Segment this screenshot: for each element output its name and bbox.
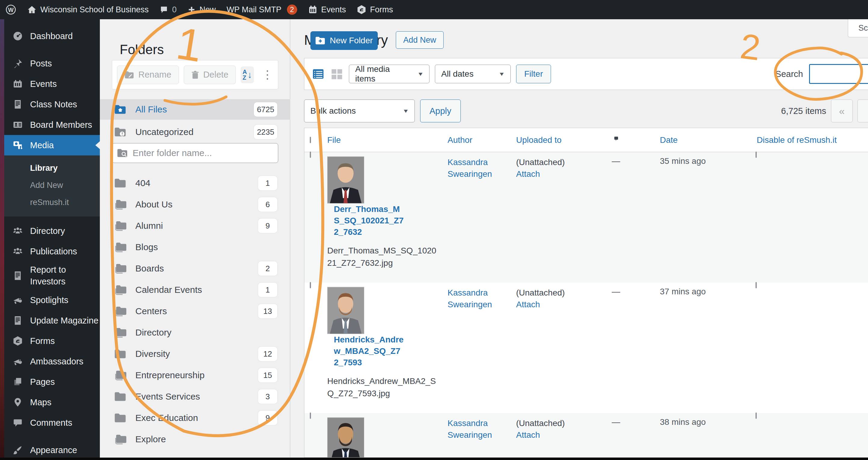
apply-button[interactable]: Apply — [420, 100, 461, 122]
add-new-button[interactable]: Add New — [396, 31, 444, 49]
column-header-date[interactable]: Date — [653, 135, 749, 145]
column-header-uploaded-to[interactable]: Uploaded to — [509, 135, 604, 145]
uploaded-status: (Unattached) — [516, 417, 604, 429]
media-library-main: Media Library Add New All media items ▼ … — [290, 19, 868, 458]
uncategorized-row[interactable]: Uncategorized 2235 — [100, 122, 290, 142]
folder-row-diversity[interactable]: Diversity 12 — [100, 344, 290, 364]
admin-events-item[interactable]: Events — [303, 0, 351, 19]
admin-comments-item[interactable]: 0 — [154, 0, 182, 19]
brush-icon — [12, 445, 24, 455]
sort-az-button[interactable]: AZ ↓ — [241, 66, 254, 83]
new-folder-button[interactable]: New Folder — [310, 31, 378, 50]
author-link[interactable]: Kassandra Swearingen — [447, 287, 502, 310]
attachment-title-link[interactable]: Hendricks_Andrew_MBA2_SQ_Z72_7593 — [334, 334, 405, 368]
gravity-forms-icon — [12, 336, 24, 346]
folder-row-calendar-events[interactable]: Calendar Events 1 — [100, 280, 290, 300]
sidebar-item-report-to-investors[interactable]: Report to Investors — [4, 262, 100, 290]
row-checkbox[interactable] — [310, 413, 311, 419]
admin-forms-item[interactable]: Forms — [351, 0, 399, 19]
sidebar-item-update-magazine[interactable]: Update Magazine — [4, 310, 100, 331]
pagination-first-button[interactable]: « — [831, 100, 852, 122]
media-type-filter-select[interactable]: All media items ▼ — [349, 65, 430, 83]
date-filter-select[interactable]: All dates ▼ — [435, 65, 511, 83]
folder-name: 404 — [135, 178, 150, 188]
author-link[interactable]: Kassandra Swearingen — [447, 156, 502, 180]
attach-link[interactable]: Attach — [516, 429, 604, 441]
all-files-row[interactable]: All Files 6725 — [100, 99, 290, 120]
sidebar-item-appearance[interactable]: Appearance — [4, 440, 100, 460]
submenu-item-add-new[interactable]: Add New — [30, 177, 100, 194]
sidebar-item-media[interactable]: Media — [4, 135, 100, 156]
sidebar-item-spotlights[interactable]: Spotlights — [4, 290, 100, 310]
submenu-item-library[interactable]: Library — [30, 160, 100, 177]
desktop-background-strip — [0, 19, 4, 460]
wp-mail-smtp-item[interactable]: WP Mail SMTP 2 — [221, 0, 303, 19]
folder-row-directory[interactable]: Directory — [100, 323, 290, 342]
list-view-button[interactable] — [312, 67, 325, 80]
folder-name-input[interactable] — [133, 148, 273, 158]
admin-bar: W Wisconsin School of Business 0 New WP … — [0, 0, 868, 19]
attachment-thumbnail[interactable] — [327, 156, 364, 203]
pushpin-icon — [12, 58, 24, 69]
sidebar-item-ambassadors[interactable]: Ambassadors — [4, 351, 100, 372]
screen-options-tab[interactable]: Scr — [848, 19, 868, 37]
rename-folder-button[interactable]: Rename — [117, 66, 179, 84]
delete-folder-button[interactable]: Delete — [184, 66, 236, 84]
folder-row-exec-education[interactable]: Exec Education 9 — [100, 408, 290, 428]
site-menu[interactable]: Wisconsin School of Business — [22, 0, 154, 19]
dashboard-gauge-icon — [12, 31, 24, 41]
sidebar-item-pages[interactable]: Pages — [4, 372, 100, 392]
bulk-actions-select[interactable]: Bulk actions ▼ — [304, 100, 415, 122]
sidebar-item-maps[interactable]: Maps — [4, 392, 100, 413]
new-content-item[interactable]: New — [182, 0, 221, 19]
admin-forms-label: Forms — [370, 5, 393, 14]
media-icon — [12, 140, 24, 150]
sidebar-item-comments[interactable]: Comments — [4, 413, 100, 433]
folder-name: Events Services — [135, 391, 200, 402]
sidebar-item-board-members[interactable]: Board Members — [4, 114, 100, 135]
sidebar-item-dashboard[interactable]: Dashboard — [4, 26, 100, 46]
folder-row-entrepreneurship[interactable]: Entrepreneurship 15 — [100, 365, 290, 385]
attachment-thumbnail[interactable] — [327, 417, 364, 458]
row-checkbox[interactable] — [310, 152, 311, 158]
select-all-checkbox[interactable] — [310, 137, 311, 143]
column-header-comments[interactable] — [604, 135, 653, 145]
wordpress-logo-icon[interactable]: W — [0, 0, 22, 19]
attach-link[interactable]: Attach — [516, 168, 604, 180]
attachment-thumbnail[interactable] — [327, 287, 364, 334]
sidebar-item-directory[interactable]: Directory — [4, 221, 100, 241]
sidebar-item-publications[interactable]: Publications — [4, 241, 100, 262]
grid-view-button[interactable] — [330, 67, 343, 80]
folder-row-about-us[interactable]: About Us 6 — [100, 195, 290, 215]
resmush-disable-checkbox[interactable] — [755, 413, 757, 419]
filter-button[interactable]: Filter — [516, 65, 551, 83]
trash-icon — [191, 71, 199, 79]
folder-row-boards[interactable]: Boards 2 — [100, 259, 290, 278]
folder-row-explore[interactable]: Explore — [100, 429, 290, 449]
gravity-forms-icon — [357, 5, 366, 14]
resmush-disable-checkbox[interactable] — [755, 152, 757, 158]
author-link[interactable]: Kassandra Swearingen — [447, 417, 502, 441]
resmush-disable-checkbox[interactable] — [755, 282, 757, 288]
folder-count: 1 — [258, 283, 277, 297]
search-input[interactable] — [809, 64, 868, 84]
folder-row-alumni[interactable]: Alumni 9 — [100, 216, 290, 236]
folder-row-404[interactable]: 404 1 — [100, 173, 290, 193]
folder-name: Explore — [135, 434, 166, 445]
sidebar-item-events[interactable]: Events — [4, 74, 100, 94]
row-checkbox[interactable] — [310, 282, 311, 288]
folder-row-events-services[interactable]: Events Services 3 — [100, 387, 290, 406]
sidebar-item-class-notes[interactable]: Class Notes — [4, 94, 100, 114]
folders-more-menu-icon[interactable]: ⋮ — [262, 72, 273, 77]
attachment-title-link[interactable]: Derr_Thomas_MS_SQ_102021_Z72_7632 — [334, 203, 405, 237]
attach-link[interactable]: Attach — [516, 299, 604, 310]
submenu-item-resmushit[interactable]: reSmush.it — [30, 194, 100, 211]
column-header-resmush[interactable]: Disable of reSmush.it — [749, 135, 868, 145]
column-header-file[interactable]: File — [320, 135, 440, 145]
column-header-author[interactable]: Author — [440, 135, 509, 145]
sidebar-item-posts[interactable]: Posts — [4, 53, 100, 74]
folder-row-centers[interactable]: Centers 13 — [100, 301, 290, 321]
folder-row-blogs[interactable]: Blogs — [100, 237, 290, 257]
sidebar-item-forms[interactable]: Forms — [4, 331, 100, 351]
pagination-next-button[interactable] — [858, 100, 868, 122]
